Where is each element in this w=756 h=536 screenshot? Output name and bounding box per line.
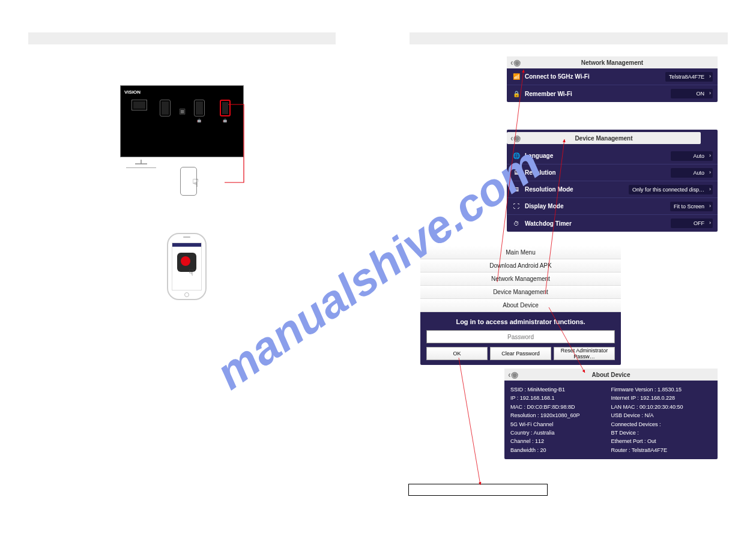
row-value: Auto (671, 151, 713, 161)
about-ethernet: Ethernet Port : Out (611, 437, 712, 445)
about-firmware: Firmware Version : 1.8530.15 (611, 385, 712, 394)
device-row-2[interactable]: 🖥Resolution ModeOnly for this connected … (507, 181, 718, 198)
about-title: About Device (592, 372, 631, 378)
menu-item-1[interactable]: Download Android APK (420, 259, 621, 273)
about-country: Country : Australia (510, 429, 611, 437)
row-icon: 🖥 (512, 169, 521, 176)
wifi-icon: 📶 (512, 73, 521, 80)
row-value: Fit to Screen (670, 202, 713, 211)
note-box (408, 484, 548, 496)
about-wifi-hdr: 5G Wi-Fi Channel (510, 420, 611, 429)
phone-app-diagram: ☟ (167, 233, 207, 300)
main-menu-panel: Main MenuDownload Android APKNetwork Man… (420, 246, 621, 365)
device-title: Device Management (575, 135, 632, 142)
row-value: OFF (671, 218, 713, 228)
row-icon: 🌐 (512, 152, 521, 159)
ok-button[interactable]: OK (426, 347, 488, 360)
about-bt: BT Device : (611, 429, 712, 437)
menu-item-4[interactable]: About Device (420, 299, 621, 312)
row-icon: ⛶ (512, 203, 521, 209)
row-label: Watchdog Timer (525, 220, 671, 227)
about-ip: IP : 192.168.168.1 (510, 394, 611, 402)
tv-option-android-1: 🤖 (187, 100, 211, 122)
lock-icon: 🔒 (512, 91, 521, 97)
phone-scan-diagram: ☟ (180, 167, 197, 196)
remember-wifi-value: ON (671, 89, 713, 98)
menu-item-2[interactable]: Network Management (420, 273, 621, 286)
network-title: Network Management (581, 59, 643, 66)
device-row-0[interactable]: 🌐LanguageAuto (507, 148, 718, 164)
row-label: Language (525, 152, 671, 159)
menu-item-0[interactable]: Main Menu (420, 246, 621, 259)
device-panel-header: ‹◉ Device Management (507, 132, 701, 144)
header-bar-right (410, 32, 728, 44)
hand-icon: ☟ (192, 176, 199, 190)
row-label: Resolution Mode (525, 186, 629, 193)
back-icon[interactable]: ‹◉ (510, 133, 521, 143)
reset-admin-password-button[interactable]: Reset Administrator Passw… (554, 347, 615, 360)
remember-wifi-label: Remember Wi-Fi (525, 91, 671, 97)
row-value: Only for this connected disp… (629, 185, 713, 194)
tv-stand (120, 160, 162, 168)
header-bar-left (28, 32, 336, 44)
about-left-column: SSID : MiniMeeting-B1 IP : 192.168.168.1… (510, 385, 611, 454)
about-panel-header: ‹◉ About Device (504, 369, 718, 381)
tv-brand: VISION (124, 89, 240, 95)
device-row-1[interactable]: 🖥ResolutionAuto (507, 164, 718, 181)
login-message: Log in to access administrator functions… (420, 312, 621, 330)
row-icon: ⏱ (512, 220, 521, 227)
clear-password-button[interactable]: Clear Password (490, 347, 551, 360)
tv-to-phone-line (225, 96, 249, 192)
row-remember-wifi[interactable]: 🔒 Remember Wi-Fi ON (507, 85, 718, 102)
row-label: Display Mode (525, 203, 670, 209)
device-management-panel: ‹◉ Device Management 🌐LanguageAuto🖥Resol… (507, 130, 718, 232)
about-connected: Connected Devices : (611, 420, 712, 429)
about-bandwidth: Bandwidth : 20 (510, 446, 611, 454)
about-resolution: Resolution : 1920x1080_60P (510, 411, 611, 420)
tv-option-ios (153, 100, 177, 122)
network-panel-header: ‹◉ Network Management (507, 56, 718, 68)
row-label: Resolution (525, 169, 671, 176)
about-mac: MAC : D0:C0:BF:8D:98:8D (510, 403, 611, 411)
about-usb: USB Device : N/A (611, 411, 712, 420)
tv-option-pc (127, 100, 151, 122)
about-lan-mac: LAN MAC : 00:10:20:30:40:50 (611, 403, 712, 411)
connect-5ghz-value: Telstra8A4F7E (665, 72, 713, 82)
back-icon[interactable]: ‹◉ (508, 370, 518, 379)
about-device-panel: ‹◉ About Device SSID : MiniMeeting-B1 IP… (504, 369, 718, 459)
about-router: Router : Telstra8A4F7E (611, 446, 712, 454)
device-row-3[interactable]: ⛶Display ModeFit to Screen (507, 198, 718, 215)
back-icon[interactable]: ‹◉ (510, 58, 521, 67)
about-internet-ip: Internet IP : 192.168.0.228 (611, 394, 712, 402)
device-row-4[interactable]: ⏱Watchdog TimerOFF (507, 215, 718, 232)
menu-item-3[interactable]: Device Management (420, 286, 621, 299)
about-channel: Channel : 112 (510, 437, 611, 445)
row-icon: 🖥 (512, 186, 521, 193)
connect-5ghz-label: Connect to 5GHz Wi-Fi (525, 73, 665, 80)
row-value: Auto (671, 168, 713, 178)
network-management-panel: ‹◉ Network Management 📶 Connect to 5GHz … (507, 56, 718, 102)
about-right-column: Firmware Version : 1.8530.15 Internet IP… (611, 385, 712, 454)
row-connect-5ghz[interactable]: 📶 Connect to 5GHz Wi-Fi Telstra8A4F7E (507, 68, 718, 85)
airplay-icon: ▣ (179, 107, 186, 115)
svg-line-3 (459, 358, 480, 485)
password-input[interactable] (426, 330, 615, 343)
about-ssid: SSID : MiniMeeting-B1 (510, 385, 611, 394)
